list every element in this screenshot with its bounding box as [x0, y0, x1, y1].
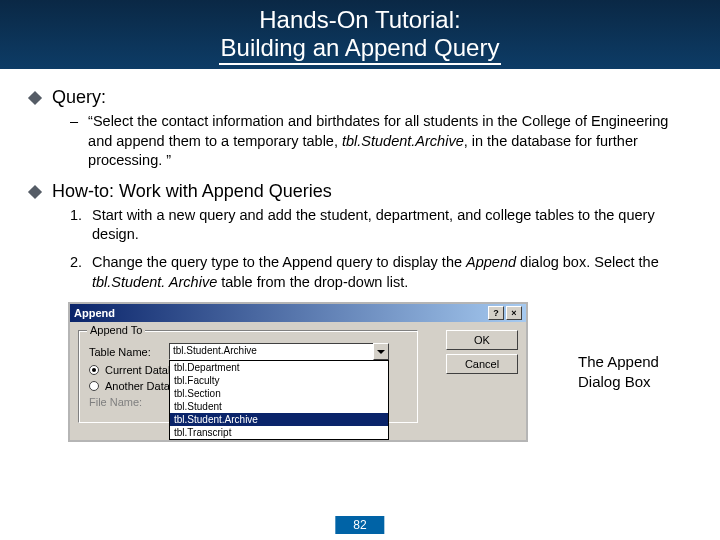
- slide-header: Hands-On Tutorial: Building an Append Qu…: [0, 0, 720, 69]
- append-dialog: Append ? × Append To Table Name: tbl.Stu…: [68, 302, 528, 442]
- dialog-illustration: Append ? × Append To Table Name: tbl.Stu…: [68, 302, 692, 442]
- help-button[interactable]: ?: [488, 306, 504, 320]
- step-1: 1. Start with a new query and add the st…: [70, 206, 692, 245]
- heading-howto: How-to: Work with Append Queries: [52, 181, 332, 202]
- dialog-title-text: Append: [74, 307, 115, 319]
- cancel-button[interactable]: Cancel: [446, 354, 518, 374]
- content-area: Query: – “Select the contact information…: [0, 69, 720, 442]
- table-name-label: Table Name:: [89, 346, 163, 358]
- chevron-down-icon: [377, 350, 385, 354]
- title-line2: Building an Append Query: [219, 34, 502, 66]
- dropdown-option[interactable]: tbl.Section: [170, 387, 388, 400]
- dialog-caption: The Append Dialog Box: [578, 352, 659, 391]
- dropdown-option[interactable]: tbl.Student: [170, 400, 388, 413]
- dropdown-option[interactable]: tbl.Student.Archive: [170, 413, 388, 426]
- combo-value[interactable]: tbl.Student.Archive: [169, 343, 389, 360]
- query-text: – “Select the contact information and bi…: [70, 112, 692, 171]
- append-to-group: Append To Table Name: tbl.Student.Archiv…: [78, 330, 418, 423]
- radio-another-db[interactable]: [89, 381, 99, 391]
- dropdown-option[interactable]: tbl.Faculty: [170, 374, 388, 387]
- combo-dropdown-button[interactable]: [373, 343, 389, 360]
- dropdown-list[interactable]: tbl.Department tbl.Faculty tbl.Section t…: [169, 360, 389, 440]
- dash-bullet-icon: –: [70, 112, 78, 171]
- table-name-combo[interactable]: tbl.Student.Archive tbl.Department tbl.F…: [169, 343, 389, 360]
- step-number: 1.: [70, 206, 92, 245]
- diamond-bullet-icon: [28, 185, 42, 199]
- step-1-text: Start with a new query and add the stude…: [92, 206, 692, 245]
- bullet-query: Query:: [28, 87, 692, 108]
- dialog-titlebar: Append ? ×: [70, 304, 526, 322]
- bullet-howto: How-to: Work with Append Queries: [28, 181, 692, 202]
- radio-current-db[interactable]: [89, 365, 99, 375]
- close-button[interactable]: ×: [506, 306, 522, 320]
- ok-button[interactable]: OK: [446, 330, 518, 350]
- query-body: “Select the contact information and birt…: [88, 112, 692, 171]
- heading-query: Query:: [52, 87, 106, 108]
- filename-label: File Name:: [89, 396, 163, 408]
- dropdown-option[interactable]: tbl.Department: [170, 361, 388, 374]
- step-2-text: Change the query type to the Append quer…: [92, 253, 692, 292]
- page-number: 82: [335, 516, 384, 534]
- diamond-bullet-icon: [28, 91, 42, 105]
- group-label: Append To: [87, 324, 145, 336]
- dropdown-option[interactable]: tbl.Transcript: [170, 426, 388, 439]
- step-number: 2.: [70, 253, 92, 292]
- dialog-body: Append To Table Name: tbl.Student.Archiv…: [70, 322, 526, 440]
- title-line1: Hands-On Tutorial:: [0, 6, 720, 34]
- step-2: 2. Change the query type to the Append q…: [70, 253, 692, 292]
